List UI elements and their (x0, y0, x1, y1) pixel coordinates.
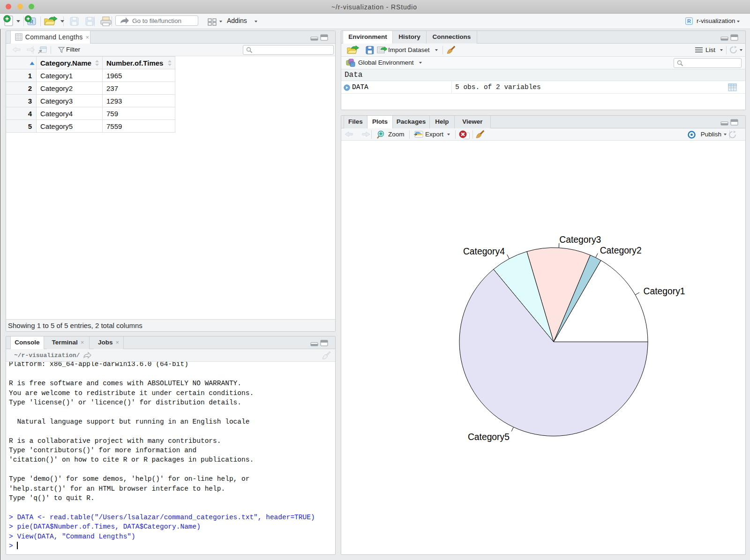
svg-text:Category1: Category1 (644, 286, 685, 296)
svg-text:Category5: Category5 (468, 432, 510, 442)
svg-text:Category4: Category4 (463, 246, 505, 256)
svg-text:R: R (687, 18, 691, 24)
svg-text:Category2: Category2 (600, 246, 642, 255)
svg-text:Category3: Category3 (559, 235, 601, 245)
